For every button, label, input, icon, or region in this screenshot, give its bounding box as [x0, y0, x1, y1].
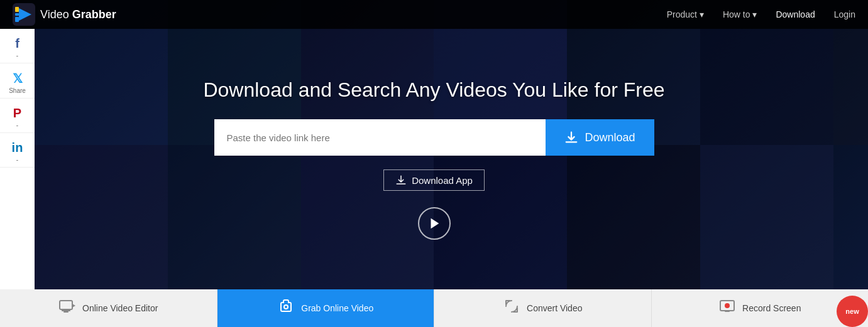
chevron-down-icon: ▾: [752, 9, 757, 19]
svg-marker-5: [431, 218, 439, 229]
svg-rect-4: [15, 17, 19, 22]
svg-rect-12: [725, 311, 730, 312]
nav-download[interactable]: Download: [776, 9, 815, 19]
record-screen-label: Record Screen: [742, 303, 801, 313]
svg-point-9: [284, 305, 288, 309]
convert-icon: [503, 298, 520, 319]
download-app-label: Download App: [412, 175, 473, 186]
download-button[interactable]: Download: [546, 119, 654, 156]
play-button[interactable]: [418, 207, 451, 240]
video-editor-icon: [58, 298, 76, 319]
linkedin-icon: in: [12, 141, 23, 155]
linkedin-share[interactable]: in -: [0, 133, 35, 168]
bottom-grab-online-video[interactable]: Grab Online Video: [217, 289, 435, 327]
search-input[interactable]: [214, 119, 546, 156]
bottom-online-video-editor[interactable]: Online Video Editor: [0, 289, 217, 327]
svg-rect-2: [15, 7, 19, 12]
pinterest-share[interactable]: P -: [0, 99, 35, 133]
play-icon: [427, 217, 441, 230]
logo-area: Video Grabber: [13, 3, 667, 26]
logo-icon: [13, 3, 35, 26]
download-app-icon: [395, 174, 407, 186]
hero-content: Download and Search Any Videos You Like …: [0, 29, 868, 289]
nav-links: Product ▾ How to ▾ Download Login: [667, 9, 855, 19]
grab-online-video-label: Grab Online Video: [301, 303, 373, 313]
nav-howto[interactable]: How to ▾: [723, 9, 757, 19]
twitter-label: Share: [9, 87, 26, 94]
download-app-link[interactable]: Download App: [383, 169, 485, 191]
convert-video-label: Convert Video: [527, 303, 582, 313]
facebook-share[interactable]: f -: [0, 29, 35, 63]
facebook-label: -: [16, 52, 18, 59]
svg-rect-3: [15, 13, 19, 16]
download-icon: [564, 131, 578, 144]
svg-rect-8: [63, 311, 69, 313]
twitter-share[interactable]: 𝕏 Share: [0, 63, 35, 99]
bottom-convert-video[interactable]: Convert Video: [434, 289, 652, 327]
grab-icon: [277, 298, 295, 319]
svg-point-11: [725, 303, 730, 308]
nav-login[interactable]: Login: [834, 9, 855, 19]
record-icon: [718, 298, 736, 319]
bottom-bar: Online Video Editor Grab Online Video Co…: [0, 289, 868, 327]
pinterest-icon: P: [13, 106, 21, 121]
svg-rect-6: [60, 301, 72, 309]
pinterest-label: -: [16, 122, 18, 129]
search-bar: Download: [214, 119, 654, 156]
hero-title: Download and Search Any Videos You Like …: [203, 78, 664, 102]
svg-rect-7: [62, 309, 70, 311]
nav-product[interactable]: Product ▾: [667, 9, 704, 19]
bottom-record-screen[interactable]: Record Screen: [652, 289, 869, 327]
sidebar-social: f - 𝕏 Share P - in -: [0, 29, 35, 289]
facebook-icon: f: [15, 36, 19, 51]
linkedin-label: -: [16, 156, 18, 163]
twitter-icon: 𝕏: [13, 71, 23, 86]
chevron-down-icon: ▾: [700, 9, 704, 19]
online-video-editor-label: Online Video Editor: [82, 303, 158, 313]
navbar: Video Grabber Product ▾ How to ▾ Downloa…: [0, 0, 868, 29]
logo-text: Video Grabber: [40, 8, 116, 21]
new-badge: new: [837, 296, 868, 327]
